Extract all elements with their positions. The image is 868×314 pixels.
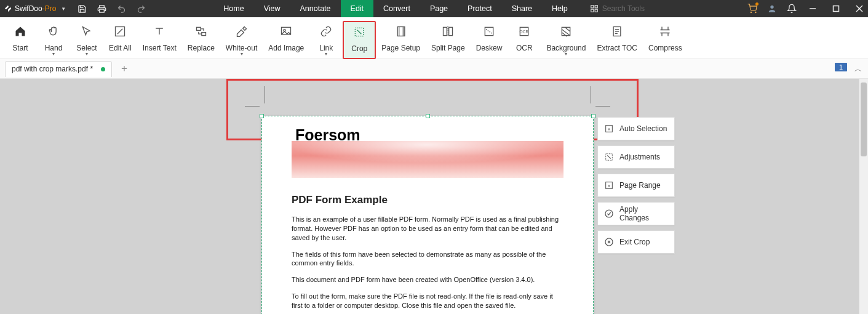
vertical-scrollbar[interactable] [859, 79, 868, 314]
ribbon-hand[interactable]: Hand▾ [37, 21, 70, 59]
ribbon-ocr[interactable]: OCROCR [508, 21, 541, 59]
print-icon[interactable] [97, 4, 106, 14]
svg-text:#: # [608, 184, 610, 188]
ribbon-pagesetup[interactable]: Page Setup [376, 21, 426, 59]
add-tab-button[interactable]: ＋ [119, 62, 129, 75]
svg-point-6 [755, 12, 756, 12]
svg-point-5 [751, 12, 751, 12]
page-crop-selection[interactable]: Foersom PDF Form Example This is an exam… [261, 116, 594, 314]
ribbon-extracttoc[interactable]: Extract TOC [591, 21, 643, 59]
doc-paragraph: This document and PDF form have been cre… [292, 275, 563, 284]
shop-icon[interactable] [747, 4, 757, 14]
menu-share[interactable]: Share [502, 0, 542, 17]
menu-page[interactable]: Page [420, 0, 458, 17]
crop-auto-selection[interactable]: A Auto Selection [597, 117, 675, 140]
crop-handle[interactable] [260, 114, 264, 118]
ribbon-replace[interactable]: Replace [182, 21, 220, 59]
svg-text:A: A [608, 127, 610, 131]
workarea: Foersom PDF Form Example This is an exam… [0, 79, 868, 314]
ribbon-deskew[interactable]: Deskew [471, 21, 508, 59]
menu-convert[interactable]: Convert [373, 0, 420, 17]
apps-icon [590, 4, 599, 13]
doc-heading: PDF Form Example [292, 194, 563, 206]
menu-annotate[interactable]: Annotate [290, 0, 341, 17]
titlebar: SwifDoo-Pro ▼ Home View Annotate Edit Co… [0, 0, 868, 17]
menubar: Home View Annotate Edit Convert Page Pro… [213, 0, 577, 17]
ribbon-addimage[interactable]: Add Image [263, 21, 309, 59]
ribbon-whiteout[interactable]: White-out▾ [220, 21, 263, 59]
ribbon-link[interactable]: Link▾ [309, 21, 343, 59]
canvas[interactable]: Foersom PDF Form Example This is an exam… [0, 79, 859, 314]
undo-icon[interactable] [116, 4, 126, 14]
ribbon-crop[interactable]: Crop [343, 21, 376, 59]
app-dropdown-icon[interactable]: ▼ [61, 6, 66, 12]
ribbon-select[interactable]: Select▾ [70, 21, 103, 59]
ribbon-splitpage[interactable]: Split Page [426, 21, 471, 59]
svg-point-37 [605, 210, 613, 217]
crop-mark [595, 106, 610, 107]
ribbon-start[interactable]: Start [4, 21, 37, 59]
crop-handle[interactable] [426, 114, 430, 118]
crop-mark [591, 86, 591, 103]
document-tab-label: pdf with crop marks.pdf * [12, 65, 93, 73]
tab-modified-dot [101, 67, 105, 71]
svg-rect-14 [202, 33, 206, 36]
ribbon-compress[interactable]: Compress [643, 21, 688, 59]
svg-rect-0 [100, 9, 105, 12]
search-input[interactable] [602, 4, 670, 13]
doc-paragraph: This is an example of a user fillable PD… [292, 215, 563, 243]
crop-adjustments[interactable]: Adjustments [597, 145, 675, 169]
doc-banner [292, 141, 563, 178]
svg-rect-4 [595, 9, 597, 12]
collapse-ribbon-icon[interactable]: ︿ [854, 64, 862, 74]
crop-mark [265, 86, 265, 103]
document-tab[interactable]: pdf with crop marks.pdf * [5, 61, 112, 77]
svg-rect-1 [591, 6, 594, 8]
ribbon: Start Hand▾ Select▾ Edit All Insert Text… [0, 17, 868, 59]
svg-rect-22 [449, 27, 453, 35]
document-tabbar: pdf with crop marks.pdf * ＋ 1 ︿ [0, 59, 868, 79]
minimize-button[interactable] [808, 4, 818, 14]
crop-panel: A Auto Selection Adjustments # Page Rang… [597, 117, 675, 254]
svg-text:OCR: OCR [520, 30, 529, 34]
menu-protect[interactable]: Protect [458, 0, 502, 17]
page-counter[interactable]: 1 [835, 63, 847, 71]
menu-help[interactable]: Help [542, 0, 578, 17]
app-logo: SwifDoo-Pro ▼ [4, 4, 68, 13]
menu-view[interactable]: View [254, 0, 290, 17]
app-name: SwifDoo-Pro [15, 4, 56, 13]
search-tools[interactable] [590, 4, 670, 13]
ribbon-inserttext[interactable]: Insert Text [137, 21, 182, 59]
crop-apply-changes[interactable]: Apply Changes [597, 202, 675, 225]
redo-icon[interactable] [136, 4, 146, 14]
save-icon[interactable] [77, 4, 87, 14]
crop-handle[interactable] [591, 114, 595, 118]
crop-mark [245, 106, 260, 107]
svg-rect-24 [485, 27, 493, 35]
menu-home[interactable]: Home [213, 0, 253, 17]
svg-rect-18 [397, 27, 405, 36]
svg-rect-3 [591, 9, 594, 12]
svg-rect-2 [595, 6, 597, 8]
crop-page-range[interactable]: # Page Range [597, 174, 675, 197]
svg-rect-21 [444, 27, 447, 35]
ribbon-background[interactable]: Background▾ [541, 21, 591, 59]
user-icon[interactable] [767, 4, 777, 14]
maximize-button[interactable] [831, 4, 841, 14]
ribbon-editall[interactable]: Edit All [103, 21, 137, 59]
svg-rect-9 [834, 6, 839, 12]
svg-point-7 [770, 6, 773, 9]
document-content: Foersom PDF Form Example This is an exam… [262, 116, 593, 314]
doc-paragraph: The fields of this form have been select… [292, 250, 563, 268]
menu-edit[interactable]: Edit [341, 0, 374, 17]
crop-exit[interactable]: Exit Crop [597, 230, 675, 254]
doc-paragraph: To fill out the form, make sure the PDF … [292, 292, 563, 310]
scrollbar-thumb[interactable] [861, 83, 867, 156]
app-icon [4, 4, 12, 13]
close-button[interactable] [854, 4, 864, 14]
svg-rect-13 [196, 27, 201, 30]
bell-icon[interactable] [787, 4, 797, 14]
